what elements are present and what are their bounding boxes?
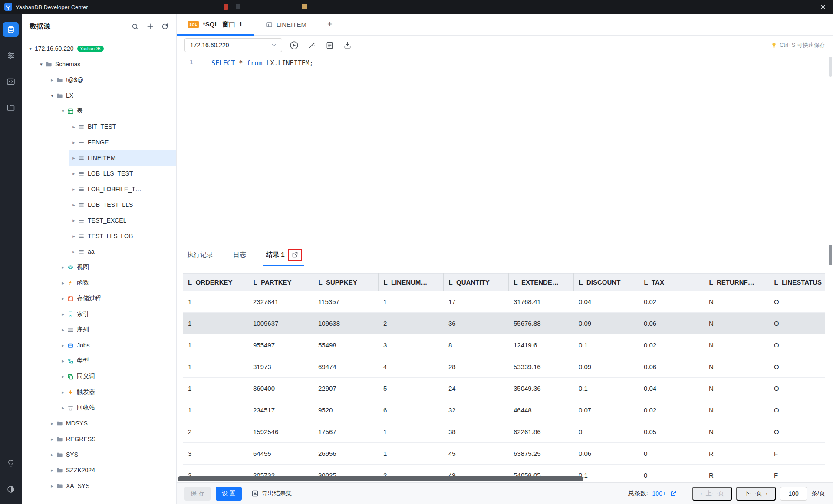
table-cell[interactable]: 0.02 <box>639 334 704 356</box>
table-cell[interactable]: N <box>704 334 769 356</box>
table-cell[interactable]: 53339.16 <box>508 356 573 378</box>
chevron-right-icon[interactable]: ▸ <box>69 124 78 130</box>
table-cell[interactable]: 1009637 <box>248 313 313 334</box>
tree-item-函数[interactable]: ▸函数 <box>22 275 176 291</box>
chevron-right-icon[interactable]: ▸ <box>59 343 67 348</box>
tree-item-LOB_LLS_TEST[interactable]: ▸LOB_LLS_TEST <box>22 166 176 181</box>
table-cell[interactable]: 35049.36 <box>508 378 573 399</box>
table-cell[interactable]: O <box>769 421 825 443</box>
settings-button[interactable]: 设 置 <box>216 487 242 501</box>
chevron-down-icon[interactable]: ▾ <box>26 46 35 52</box>
tree-item-172.16.60.220[interactable]: ▾172.16.60.220YashanDB <box>22 41 176 56</box>
table-cell[interactable]: 0.02 <box>639 291 704 313</box>
tree-item-inner[interactable]: ▸触发器 <box>59 384 176 400</box>
tab-logs[interactable]: 日志 <box>233 244 246 266</box>
tree-item-inner[interactable]: ▸视图 <box>59 259 176 275</box>
column-header[interactable]: L_EXTENDE… <box>508 274 573 291</box>
table-row[interactable]: 1232784111535711731768.410.040.02NO <box>183 291 825 313</box>
tree-item-inner[interactable]: ▸SZZK2024 <box>48 462 176 478</box>
table-cell[interactable]: 8 <box>443 334 508 356</box>
column-header[interactable]: L_SUPPKEY <box>313 274 378 291</box>
table-row[interactable]: 1955497554983812419.60.10.02NO <box>183 334 825 356</box>
tree-item-inner[interactable]: ▸索引 <box>59 306 176 322</box>
table-cell[interactable]: 31768.41 <box>508 291 573 313</box>
chevron-down-icon[interactable]: ▾ <box>48 93 56 98</box>
chevron-right-icon[interactable]: ▸ <box>59 280 67 286</box>
table-cell[interactable]: 0.06 <box>639 356 704 378</box>
tree-item-inner[interactable]: ▸MDSYS <box>48 416 176 431</box>
table-cell[interactable]: 1 <box>183 291 248 313</box>
chevron-right-icon[interactable]: ▸ <box>59 327 67 333</box>
tree-item-inner[interactable]: ▸!@$@ <box>48 72 176 88</box>
table-cell[interactable]: 0.05 <box>639 421 704 443</box>
table-cell[interactable]: 28 <box>443 356 508 378</box>
table-cell[interactable]: 55498 <box>313 334 378 356</box>
save-button[interactable]: 保 存 <box>184 487 211 501</box>
table-cell[interactable]: 5 <box>378 378 443 399</box>
table-cell[interactable]: 0.02 <box>639 399 704 421</box>
chevron-right-icon[interactable]: ▸ <box>69 171 78 177</box>
table-cell[interactable]: 64455 <box>248 443 313 465</box>
table-cell[interactable]: R <box>704 465 769 483</box>
column-header[interactable]: L_ORDERKEY <box>183 274 248 291</box>
tree-item-REGRESS[interactable]: ▸REGRESS <box>22 431 176 447</box>
tree-item-视图[interactable]: ▸视图 <box>22 259 176 275</box>
tree-item-inner[interactable]: ▸LINEITEM <box>69 150 176 166</box>
table-cell[interactable]: N <box>704 291 769 313</box>
tree-item-inner[interactable]: ▸回收站 <box>59 400 176 416</box>
chevron-right-icon[interactable]: ▸ <box>69 140 78 145</box>
table-cell[interactable]: N <box>704 399 769 421</box>
table-cell[interactable]: 2327841 <box>248 291 313 313</box>
table-cell[interactable]: N <box>704 356 769 378</box>
next-page-button[interactable]: 下一页 › <box>736 487 776 501</box>
tree-item-inner[interactable]: ▸序列 <box>59 322 176 337</box>
tab-sql-window-1[interactable]: SQL *SQL_窗口_1 <box>177 14 254 35</box>
table-cell[interactable]: 1 <box>183 313 248 334</box>
tree-item-inner[interactable]: ▸类型 <box>59 353 176 369</box>
tree-item-inner[interactable]: ▸TEST_LLS_LOB <box>69 228 176 244</box>
add-connection-icon[interactable] <box>147 23 154 30</box>
chevron-right-icon[interactable]: ▸ <box>59 358 67 364</box>
table-cell[interactable]: 234517 <box>248 399 313 421</box>
tree-item-inner[interactable]: ▸同义词 <box>59 369 176 384</box>
table-cell[interactable]: O <box>769 334 825 356</box>
table-cell[interactable]: 1 <box>378 291 443 313</box>
tree-item-aa[interactable]: ▸aa <box>22 244 176 259</box>
table-cell[interactable]: 17 <box>443 291 508 313</box>
table-cell[interactable]: 360400 <box>248 378 313 399</box>
table-cell[interactable]: 1 <box>183 356 248 378</box>
table-cell[interactable]: 115357 <box>313 291 378 313</box>
tree-item-表[interactable]: ▾表 <box>22 103 176 119</box>
table-cell[interactable]: 955497 <box>248 334 313 356</box>
table-cell[interactable]: 62261.86 <box>508 421 573 443</box>
tree-item-SYS[interactable]: ▸SYS <box>22 447 176 462</box>
table-cell[interactable]: 1 <box>378 421 443 443</box>
save-to-file-button[interactable] <box>341 39 353 51</box>
search-icon[interactable] <box>132 23 139 30</box>
table-cell[interactable]: 63875.25 <box>508 443 573 465</box>
run-button[interactable] <box>288 39 300 51</box>
table-cell[interactable]: 45 <box>443 443 508 465</box>
tree-item-LOB_TEST_LLS[interactable]: ▸LOB_TEST_LLS <box>22 197 176 213</box>
tree-item-LINEITEM[interactable]: ▸LINEITEM <box>22 150 176 166</box>
table-cell[interactable]: 0.07 <box>573 399 639 421</box>
table-cell[interactable]: 69474 <box>313 356 378 378</box>
column-header[interactable]: L_DISCOUNT <box>573 274 639 291</box>
chevron-right-icon[interactable]: ▸ <box>59 374 67 380</box>
table-cell[interactable]: F <box>769 443 825 465</box>
code-line[interactable]: SELECT * from LX.LINEITEM; <box>199 55 313 244</box>
column-header[interactable]: L_LINESTATUS <box>769 274 825 291</box>
table-cell[interactable]: 3 <box>378 334 443 356</box>
minimize-button[interactable] <box>773 0 793 14</box>
chevron-right-icon[interactable]: ▸ <box>69 155 78 161</box>
tree-item-inner[interactable]: ▸aa <box>69 244 176 259</box>
open-total-icon[interactable] <box>670 490 677 497</box>
chevron-down-icon[interactable]: ▾ <box>59 108 67 114</box>
tree-item-inner[interactable]: ▾表 <box>59 103 176 119</box>
table-cell[interactable]: 38 <box>443 421 508 443</box>
tree-item-XA_SYS[interactable]: ▸XA_SYS <box>22 478 176 494</box>
tree-item-inner[interactable]: ▾Schemas <box>37 56 176 72</box>
table-cell[interactable]: 0 <box>573 421 639 443</box>
page-size-input[interactable] <box>780 487 807 501</box>
chevron-right-icon[interactable]: ▸ <box>48 421 56 426</box>
